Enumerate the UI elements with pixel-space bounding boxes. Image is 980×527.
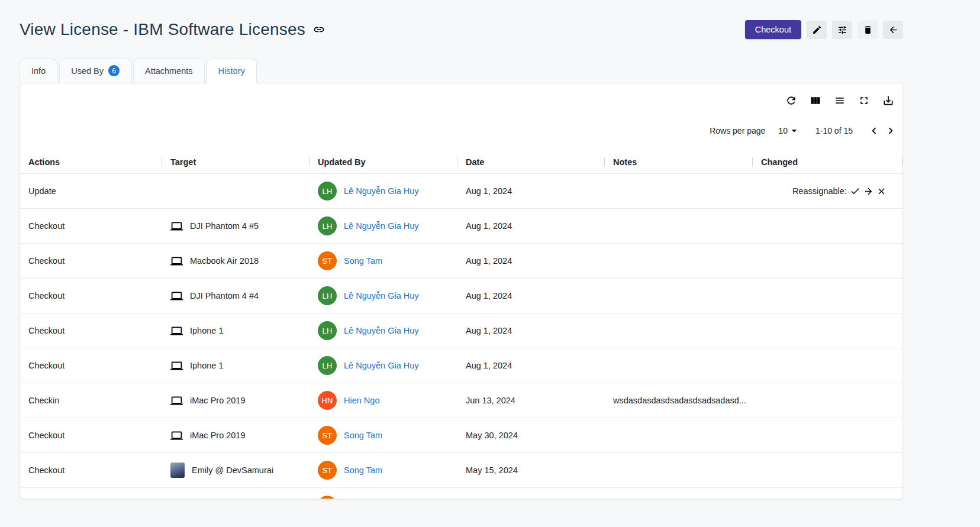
- column-header-updated-by: Updated By: [310, 150, 457, 173]
- date-cell: Aug 1, 2024: [457, 256, 605, 266]
- avatar: ST: [318, 251, 337, 270]
- updated-by-cell: LH Lê Nguyễn Gia Huy: [310, 286, 457, 305]
- target-label: iMac Pro 2019: [190, 431, 246, 440]
- tab-attachments[interactable]: Attachments: [133, 59, 205, 83]
- table-row: Checkout DJI Phantom 4 #4 LH Lê Nguyễn G…: [20, 279, 902, 313]
- date-cell: Aug 1, 2024: [457, 326, 605, 335]
- action-cell: Checkout: [20, 431, 162, 440]
- refresh-icon[interactable]: [785, 95, 797, 106]
- edit-button[interactable]: [807, 21, 827, 39]
- copy-link-icon[interactable]: [313, 24, 325, 35]
- arrow-right-icon: [863, 186, 873, 196]
- notes-cell: wsdasdasdasdsadasdsadsadasd...: [605, 396, 753, 405]
- page-size-select[interactable]: 10: [778, 125, 800, 137]
- action-cell: Checkout: [20, 465, 162, 475]
- user-link[interactable]: Lê Nguyễn Gia Huy: [344, 221, 419, 231]
- action-cell: Checkout: [20, 221, 162, 231]
- page-title: View License - IBM Software Licenses: [20, 20, 305, 39]
- action-cell: Checkin: [20, 396, 162, 405]
- columns-icon[interactable]: [810, 95, 821, 106]
- updated-by-cell: ST Song Tam: [310, 461, 457, 480]
- tab-bar: Info Used By 6 Attachments History: [20, 59, 903, 83]
- chevron-down-icon: [788, 125, 800, 137]
- target-cell: DJI Phantom 4 #5: [162, 220, 310, 232]
- avatar: LH: [318, 182, 337, 201]
- used-by-count-badge: 6: [108, 65, 120, 76]
- fullscreen-icon[interactable]: [858, 95, 870, 106]
- prev-page-button[interactable]: [866, 122, 882, 139]
- notes-text: wsdasdasdasdsadasdsadsadasd...: [613, 396, 746, 405]
- column-header-date: Date: [457, 150, 605, 173]
- user-link[interactable]: Hien Ngo: [344, 396, 379, 405]
- pencil-icon: [812, 25, 822, 35]
- changed-label: Reassignable:: [792, 186, 847, 196]
- page: View License - IBM Software Licenses Che…: [0, 0, 980, 499]
- avatar: LH: [318, 356, 337, 375]
- table-row: Update LH Lê Nguyễn Gia Huy Aug 1, 2024 …: [20, 174, 902, 209]
- updated-by-cell: LH Lê Nguyễn Gia Huy: [310, 321, 457, 340]
- target-label: Macbook Air 2018: [190, 256, 259, 266]
- date-cell: Aug 1, 2024: [457, 221, 605, 231]
- checkout-button[interactable]: Checkout: [745, 20, 801, 39]
- user-link[interactable]: Lê Nguyễn Gia Huy: [344, 361, 419, 370]
- action-cell: Checkout: [20, 326, 162, 335]
- density-icon[interactable]: [834, 95, 846, 106]
- updated-by-cell: LH Lê Nguyễn Gia Huy: [310, 216, 457, 235]
- back-button[interactable]: [883, 21, 903, 39]
- tune-icon: [837, 25, 847, 35]
- pagination: Rows per page 10 1-10 of 15: [20, 122, 902, 139]
- updated-by-cell: HN Hien Ngo: [310, 391, 457, 410]
- updated-by-cell: LH Lê Nguyễn Gia Huy: [310, 182, 457, 201]
- date-cell: May 15, 2024: [457, 465, 605, 475]
- history-card: Rows per page 10 1-10 of 15 Actions Targ…: [20, 83, 903, 499]
- column-header-notes: Notes: [605, 150, 753, 173]
- tab-info[interactable]: Info: [20, 59, 57, 83]
- user-link[interactable]: Lê Nguyễn Gia Huy: [344, 186, 419, 196]
- table-row: Checkout Iphone 1 LH Lê Nguyễn Gia Huy A…: [20, 348, 902, 383]
- target-cell: Iphone 1: [162, 360, 310, 372]
- user-link[interactable]: Lê Nguyễn Gia Huy: [344, 326, 419, 335]
- avatar: [318, 496, 337, 499]
- action-cell: Checkout: [20, 256, 162, 266]
- date-cell: Aug 1, 2024: [457, 361, 605, 370]
- arrow-back-icon: [888, 25, 898, 35]
- updated-by-cell: ST Song Tam: [310, 251, 457, 270]
- header-actions: Checkout: [745, 20, 903, 39]
- laptop-icon: [170, 360, 183, 372]
- avatar: ST: [318, 426, 337, 445]
- updated-by-cell: [310, 496, 457, 499]
- table-row: Checkout Emily @ DevSamurai ST Song Tam …: [20, 453, 902, 488]
- date-cell: Aug 1, 2024: [457, 291, 605, 300]
- tab-used-by[interactable]: Used By 6: [59, 59, 131, 83]
- target-label: DJI Phantom 4 #5: [190, 221, 259, 231]
- tab-history[interactable]: History: [207, 59, 257, 83]
- changed-cell: Reassignable:: [753, 186, 902, 196]
- target-label: Iphone 1: [190, 361, 223, 370]
- date-cell: Aug 1, 2024: [457, 186, 605, 196]
- user-link[interactable]: Song Tam: [344, 256, 382, 266]
- table-toolbar: [20, 83, 902, 106]
- settings-button[interactable]: [832, 21, 852, 39]
- delete-button[interactable]: [858, 21, 878, 39]
- updated-by-cell: LH Lê Nguyễn Gia Huy: [310, 356, 457, 375]
- laptop-icon: [170, 429, 183, 442]
- target-cell: Iphone 1: [162, 325, 310, 337]
- column-header-target: Target: [162, 150, 310, 173]
- action-cell: Checkout: [20, 361, 162, 370]
- laptop-icon: [170, 255, 183, 267]
- avatar: LH: [318, 216, 337, 235]
- action-cell: Checkout: [20, 291, 162, 300]
- date-cell: Jun 13, 2024: [457, 396, 605, 405]
- next-page-button[interactable]: [882, 122, 899, 139]
- user-link[interactable]: Lê Nguyễn Gia Huy: [344, 291, 419, 300]
- download-icon[interactable]: [882, 95, 894, 106]
- updated-by-cell: ST Song Tam: [310, 426, 457, 445]
- user-photo-thumbnail: [170, 463, 185, 478]
- table-row: Checkout Macbook Air 2018 ST Song Tam Au…: [20, 244, 902, 279]
- chevron-right-icon: [884, 124, 897, 137]
- target-cell: iMac Pro 2019: [162, 395, 310, 407]
- laptop-icon: [170, 220, 183, 232]
- column-header-changed: Changed: [753, 150, 902, 173]
- user-link[interactable]: Song Tam: [344, 465, 382, 475]
- user-link[interactable]: Song Tam: [344, 431, 382, 440]
